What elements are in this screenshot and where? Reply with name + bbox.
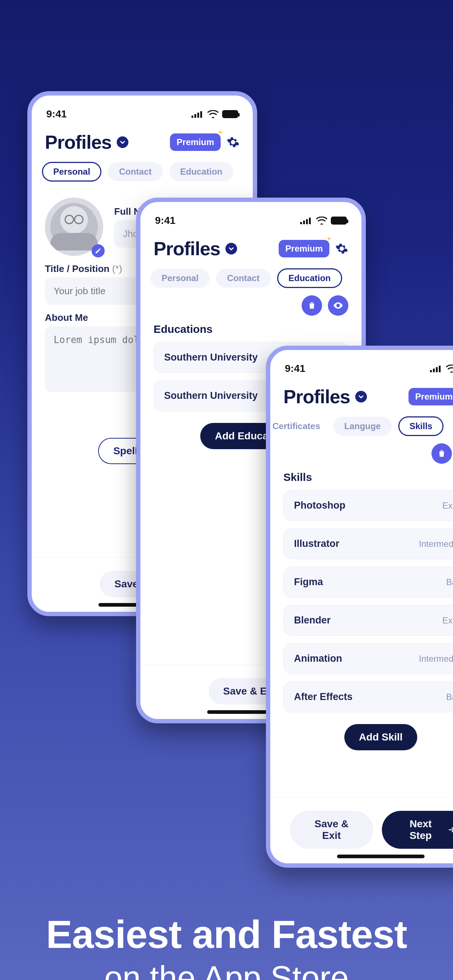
add-skill-button[interactable]: Add Skill	[344, 724, 417, 750]
avatar-edit-button[interactable]	[91, 244, 105, 258]
status-time: 9:41	[285, 363, 305, 374]
tab-education[interactable]: Education	[169, 162, 233, 181]
svg-rect-6	[306, 219, 308, 224]
preview-button[interactable]	[328, 295, 348, 316]
svg-rect-10	[436, 367, 438, 372]
page-title: Profiles	[153, 238, 220, 259]
premium-button[interactable]: Premium	[408, 388, 453, 406]
profiles-dropdown[interactable]	[355, 391, 367, 402]
wifi-icon	[207, 110, 219, 118]
tab-contact[interactable]: Contact	[216, 269, 270, 288]
tab-language[interactable]: Languge	[333, 417, 392, 436]
skill-level: Expert	[442, 616, 453, 625]
header: Profiles Premium	[270, 379, 453, 411]
wifi-icon	[316, 216, 327, 224]
skill-item[interactable]: IllustratorIntermediate	[283, 528, 453, 559]
skill-item[interactable]: After EffectsBasic	[283, 681, 453, 713]
profiles-dropdown[interactable]	[225, 243, 237, 255]
skill-name: Illustrator	[294, 538, 340, 549]
cellular-icon	[191, 110, 204, 118]
svg-rect-7	[309, 218, 311, 224]
svg-rect-11	[439, 366, 440, 372]
skill-name: Animation	[294, 653, 342, 664]
tab-certificates[interactable]: Certificates	[266, 417, 327, 436]
svg-rect-9	[433, 369, 435, 372]
header: Profiles Premium	[32, 125, 253, 157]
skill-item[interactable]: FigmaBasic	[283, 566, 453, 598]
skill-item[interactable]: AnimationIntermediate	[283, 643, 453, 674]
section-label: Skills	[283, 471, 453, 484]
svg-rect-1	[195, 114, 196, 118]
delete-button[interactable]	[431, 443, 452, 464]
svg-rect-3	[200, 111, 202, 118]
svg-rect-8	[430, 370, 432, 372]
settings-icon[interactable]	[226, 135, 239, 149]
battery-icon	[222, 110, 238, 118]
svg-rect-2	[197, 113, 199, 118]
skill-name: Blender	[294, 615, 331, 626]
skill-level: Expert	[442, 501, 453, 511]
status-bar: 9:41	[32, 95, 253, 125]
tab-personal[interactable]: Personal	[42, 162, 101, 181]
tab-education[interactable]: Education	[277, 268, 342, 288]
profiles-dropdown[interactable]	[117, 136, 128, 148]
settings-icon[interactable]	[335, 242, 348, 255]
status-bar: 9:41	[270, 350, 453, 379]
svg-rect-0	[191, 116, 193, 118]
battery-icon	[331, 216, 347, 224]
skill-item[interactable]: BlenderExpert	[283, 605, 453, 636]
skill-level: Basic	[446, 692, 453, 702]
skill-level: Intermediate	[419, 654, 453, 664]
status-time: 9:41	[46, 108, 67, 120]
save-exit-button[interactable]: Save & Exit	[290, 811, 373, 849]
tab-skills[interactable]: Skills	[398, 416, 444, 436]
tabs: Personal Contact Education	[140, 263, 362, 293]
next-step-button[interactable]: Next Step	[382, 811, 453, 849]
header: Profiles Premium	[140, 231, 362, 263]
cellular-icon	[430, 365, 442, 372]
premium-button[interactable]: Premium	[170, 134, 221, 151]
tab-hobbies[interactable]: Hobbies	[450, 417, 453, 436]
delete-button[interactable]	[301, 295, 322, 316]
skill-name: After Effects	[294, 691, 353, 703]
svg-rect-5	[303, 221, 305, 224]
status-time: 9:41	[155, 215, 175, 226]
tabs: Personal Contact Education	[32, 157, 253, 187]
skill-name: Figma	[294, 576, 323, 588]
wifi-icon	[446, 364, 453, 372]
phone-skills: 9:41 Profiles Premium Certificates Langu…	[266, 345, 453, 868]
svg-rect-4	[300, 222, 302, 224]
skill-level: Intermediate	[419, 539, 453, 549]
tabs: Certificates Languge Skills Hobbies	[266, 411, 453, 441]
cellular-icon	[300, 217, 313, 224]
skill-item[interactable]: PhotoshopExpert	[283, 490, 453, 521]
status-bar: 9:41	[140, 202, 362, 231]
premium-button[interactable]: Premium	[279, 240, 329, 258]
page-title: Profiles	[283, 386, 350, 407]
tab-contact[interactable]: Contact	[108, 162, 162, 181]
marketing-headline: Easiest and Fastest	[0, 912, 453, 957]
home-indicator	[337, 854, 424, 858]
section-label: Educations	[153, 323, 348, 336]
page-title: Profiles	[45, 131, 112, 153]
marketing-text: Easiest and Fastest on the App Store	[0, 912, 453, 980]
skill-level: Basic	[446, 577, 453, 587]
tab-personal[interactable]: Personal	[151, 269, 209, 288]
skill-name: Photoshop	[294, 500, 345, 511]
marketing-subheadline: on the App Store	[0, 959, 453, 980]
